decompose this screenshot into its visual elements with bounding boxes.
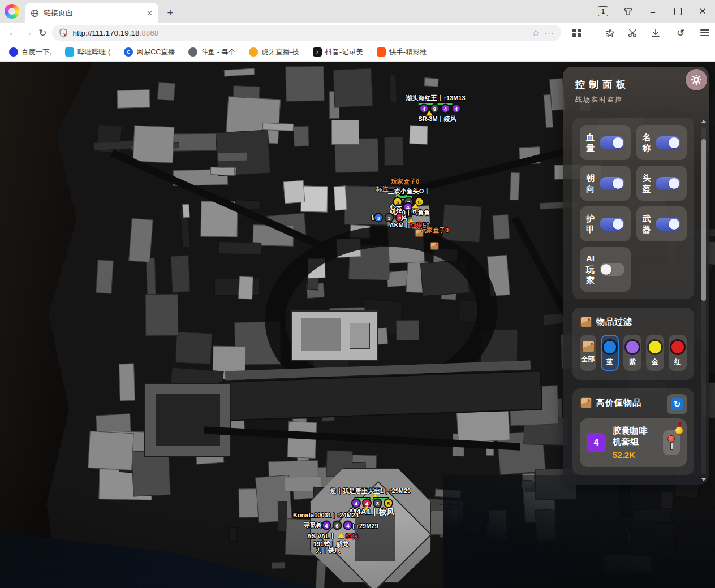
- browser-tab[interactable]: 链接页面 ✕: [25, 3, 158, 23]
- bookmark-label: 快手-精彩推: [389, 47, 427, 57]
- toggle-card[interactable]: 护甲: [580, 206, 631, 241]
- url-more-icon[interactable]: ···: [544, 28, 554, 38]
- pin-button[interactable]: [663, 430, 680, 455]
- bookmark-item[interactable]: 百度一下,: [9, 47, 51, 57]
- toggle-label: 头盔: [643, 172, 652, 194]
- filter-option[interactable]: 全部: [580, 335, 596, 371]
- gear-icon: [691, 74, 702, 85]
- new-tab-button[interactable]: +: [163, 6, 178, 20]
- filter-label: 紫: [624, 357, 640, 367]
- high-value-card: 高价值物品 4 胶囊咖啡机套组 52.2K: [572, 388, 694, 475]
- back-button[interactable]: ←: [6, 25, 20, 41]
- insecure-shield-icon[interactable]: [59, 28, 68, 38]
- bookmark-favicon-icon: [65, 47, 74, 57]
- scroll-down-icon[interactable]: [701, 478, 706, 481]
- map-cliff-terrain: [0, 62, 93, 588]
- panel-title: 控制面板: [575, 78, 696, 91]
- forward-button[interactable]: →: [20, 25, 35, 41]
- package-icon: [580, 317, 592, 327]
- tab-title: 链接页面: [44, 8, 142, 18]
- map-structure: [144, 383, 231, 457]
- toggle-switch[interactable]: [600, 136, 624, 149]
- maximize-icon: [674, 8, 682, 15]
- bookmark-item[interactable]: 快手-精彩推: [377, 47, 427, 57]
- apps-grid-icon[interactable]: [572, 29, 581, 37]
- bookmark-item[interactable]: 哔哩哔哩 (: [65, 47, 110, 57]
- rarity-color-icon: [647, 339, 663, 355]
- filter-label: 金: [647, 357, 663, 367]
- bookmark-star-icon[interactable]: ☆: [532, 28, 540, 38]
- filter-option[interactable]: 金: [646, 335, 664, 371]
- toolbar-divider: [593, 27, 593, 38]
- close-button[interactable]: ✕: [690, 0, 715, 23]
- bookmark-label: 百度一下,: [21, 47, 51, 57]
- toggle-switch[interactable]: [600, 177, 624, 190]
- toggle-switch[interactable]: [656, 177, 680, 190]
- filter-option[interactable]: 红: [669, 335, 687, 371]
- map-central-building: [291, 310, 378, 361]
- panel-scrollbar[interactable]: [701, 120, 707, 481]
- map-fortress: [355, 514, 395, 561]
- toggle-card[interactable]: 血量: [580, 125, 631, 160]
- bookmarks-bar: 百度一下, 哔哩哔哩 ( C 网易CC直播 斗鱼 - 每个 虎牙直播-技: [0, 43, 715, 62]
- bookmark-favicon-icon: C: [124, 47, 133, 57]
- screenshot-scissors-icon[interactable]: [628, 28, 639, 38]
- minimize-button[interactable]: –: [640, 0, 665, 23]
- toggle-label: 朝向: [586, 172, 595, 194]
- url-text: http://111.170.19.18: [72, 29, 139, 37]
- bookmark-favicon-icon: [9, 47, 18, 57]
- scrollbar-thumb[interactable]: [701, 139, 706, 301]
- bookmark-label: 斗鱼 - 每个: [201, 47, 235, 57]
- high-value-title: 高价值物品: [596, 397, 641, 408]
- item-name: 胶囊咖啡机套组: [613, 426, 656, 447]
- rarity-color-icon: [602, 339, 618, 355]
- bookmark-label: 网易CC直播: [136, 47, 175, 57]
- item-filter-card: 物品过滤 全部 蓝 紫: [572, 308, 694, 380]
- bookmark-item[interactable]: C 网易CC直播: [124, 47, 175, 57]
- menu-icon[interactable]: [700, 29, 709, 36]
- filter-label: 蓝: [602, 357, 618, 367]
- filter-option[interactable]: 紫: [623, 335, 641, 371]
- bookmark-item[interactable]: 斗鱼 - 每个: [188, 47, 235, 57]
- url-bar[interactable]: http://111.170.19.18:8868 ☆ ···: [52, 25, 561, 41]
- refresh-icon: [671, 398, 683, 410]
- toggle-label: 名称: [643, 132, 652, 154]
- settings-button[interactable]: [686, 69, 707, 90]
- download-icon[interactable]: [651, 28, 661, 38]
- undo-recent-icon[interactable]: ↺: [673, 25, 688, 41]
- pin-icon: [667, 435, 675, 450]
- toggle-card[interactable]: 头盔: [636, 166, 687, 201]
- tab-count-badge[interactable]: 1: [591, 0, 615, 23]
- control-panel: 控制面板 战场实时监控 血量 名称: [563, 67, 709, 485]
- bookmark-item[interactable]: ♪ 抖音-记录美: [313, 47, 363, 57]
- filter-option[interactable]: 蓝: [601, 335, 619, 371]
- toggle-card[interactable]: AI玩家: [580, 247, 631, 292]
- scroll-up-icon[interactable]: [701, 120, 706, 123]
- favorites-list-icon[interactable]: [605, 28, 616, 38]
- rarity-color-icon: [582, 341, 595, 352]
- filter-label: 红: [670, 357, 686, 367]
- toggle-card[interactable]: 名称: [636, 125, 687, 160]
- refresh-button[interactable]: [667, 394, 687, 414]
- item-filter-title: 物品过滤: [596, 317, 632, 327]
- rarity-color-icon: [670, 339, 686, 355]
- tshirt-icon: [623, 7, 634, 16]
- browser-logo-icon[interactable]: [5, 4, 19, 19]
- toggle-card[interactable]: 武器: [636, 206, 687, 241]
- package-icon: [580, 397, 592, 408]
- high-value-item[interactable]: 4 胶囊咖啡机套组 52.2K: [580, 418, 687, 467]
- maximize-button[interactable]: [665, 0, 690, 23]
- toggle-label: AI玩家: [586, 253, 595, 286]
- tab-close-icon[interactable]: ✕: [147, 10, 153, 17]
- theme-skin-button[interactable]: [615, 0, 640, 23]
- globe-favicon-icon: [31, 9, 39, 18]
- toggle-switch[interactable]: [600, 218, 624, 231]
- toggle-switch[interactable]: [656, 136, 680, 149]
- reload-button[interactable]: ↻: [35, 25, 50, 41]
- url-port: :8868: [140, 29, 159, 37]
- toggle-switch[interactable]: [600, 263, 624, 276]
- toggle-switch[interactable]: [656, 218, 680, 231]
- bookmark-item[interactable]: 虎牙直播-技: [249, 47, 299, 57]
- rarity-color-icon: [624, 339, 640, 355]
- toggle-card[interactable]: 朝向: [580, 166, 631, 201]
